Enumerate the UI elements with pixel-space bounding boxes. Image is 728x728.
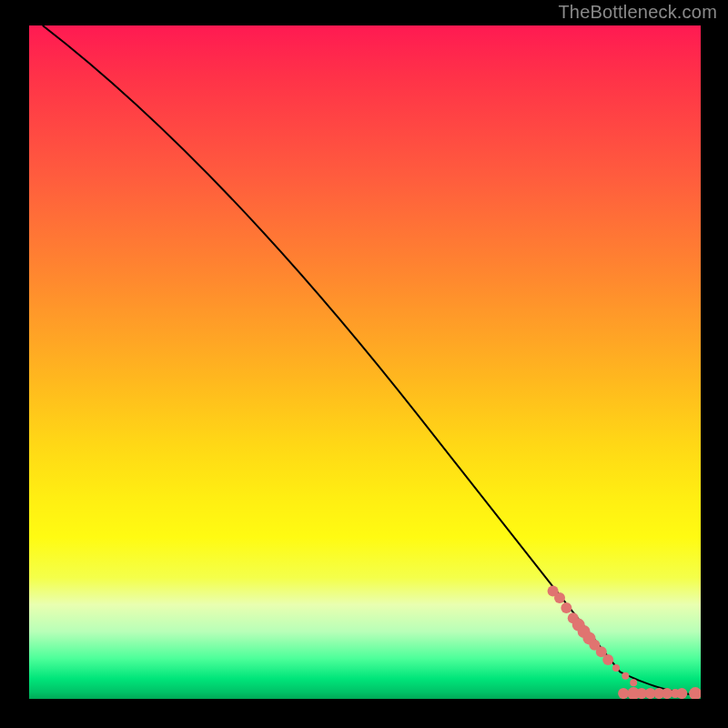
sample-dot bbox=[602, 654, 613, 665]
attribution-label: TheBottleneck.com bbox=[558, 2, 717, 23]
sample-dot bbox=[554, 592, 565, 603]
plot-overlay bbox=[29, 25, 701, 699]
sample-dots-group bbox=[548, 586, 701, 699]
bottleneck-curve bbox=[43, 25, 701, 695]
sample-dot bbox=[630, 679, 637, 686]
sample-dot bbox=[676, 688, 687, 699]
sample-dot bbox=[561, 602, 571, 613]
sample-dot bbox=[689, 687, 701, 699]
sample-dot bbox=[622, 672, 629, 680]
sample-dot bbox=[612, 664, 620, 672]
chart-frame: TheBottleneck.com bbox=[0, 0, 728, 728]
